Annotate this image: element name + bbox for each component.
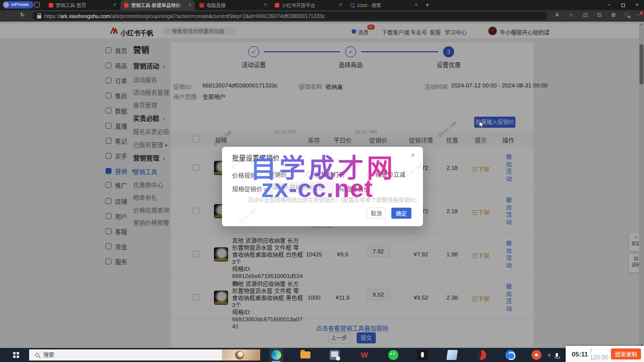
mouse-cursor — [479, 121, 486, 129]
browser-tab[interactable]: 电脑直播 × — [196, 0, 270, 10]
browser-essentials-icon[interactable]: ♡ — [622, 12, 631, 18]
watermark-site-url: zx-cc.net — [261, 174, 373, 203]
refresh-button[interactable]: ↻ — [20, 12, 25, 18]
tab-label: 小红书开放平台 — [282, 2, 337, 9]
recording-elapsed-time: 05:11 — [572, 350, 588, 358]
search-favicon — [350, 3, 354, 7]
quark-browser-icon[interactable] — [505, 350, 515, 360]
search-icon — [35, 353, 39, 357]
browser-tab-strip: InPrivate 营销工具-首页 × 营销工具-新建单品特价 × 电脑直播 ×… — [0, 0, 644, 10]
tab-close-icon[interactable]: × — [264, 3, 267, 8]
live-favicon — [199, 3, 204, 8]
more-menu-icon[interactable]: ⋯ — [634, 12, 643, 18]
maximize-icon — [621, 4, 625, 7]
tab-close-icon[interactable]: × — [113, 3, 116, 8]
split-screen-icon[interactable]: ◫ — [581, 12, 590, 18]
tab-close-icon[interactable]: × — [339, 3, 342, 8]
xiaohongshu-favicon — [124, 3, 129, 8]
address-bar[interactable]: https://ark.xiaohongshu.com/ark/promotio… — [32, 12, 548, 20]
tab-label: 1000 - 搜索 — [357, 2, 412, 9]
xiaohongshu-favicon — [275, 3, 279, 8]
browser-tab[interactable]: 营销工具-首页 × — [45, 0, 120, 10]
read-aloud-icon[interactable]: A — [553, 12, 562, 18]
xiaohongshu-favicon — [49, 3, 53, 8]
window-maximize-button[interactable] — [616, 0, 630, 10]
browser-tab[interactable]: 小红书开放平台 × — [271, 0, 346, 10]
taskbar: W ∧ — [0, 348, 644, 362]
screen: InPrivate 营销工具-首页 × 营销工具-新建单品特价 × 电脑直播 ×… — [0, 0, 644, 362]
new-tab-button[interactable]: + — [425, 1, 430, 9]
window-minimize-button[interactable]: − — [602, 0, 616, 10]
back-button[interactable]: ← — [6, 12, 12, 18]
tray-expand-icon[interactable]: ∧ — [548, 352, 551, 357]
confirm-button[interactable]: 确定 — [391, 208, 411, 219]
browser-tab[interactable]: 1000 - 搜索 × — [347, 0, 421, 10]
screen-recorder-icon[interactable] — [531, 350, 542, 360]
blue-app-icon[interactable] — [447, 350, 458, 360]
inprivate-badge: InPrivate — [3, 1, 34, 9]
remote-desktop-icon[interactable] — [330, 350, 340, 360]
page-content: 小红书千帆 消息 62 | 下载客户端 专业号 客服 学习中心 牛小帽很开心哒的… — [0, 22, 644, 348]
lock-icon — [37, 15, 41, 19]
system-tray: ∧ — [548, 352, 558, 357]
dark-app-icon[interactable] — [417, 350, 427, 360]
file-explorer-icon[interactable] — [300, 351, 310, 358]
browser-toolbar: ← ↻ https://ark.xiaohongshu.com/ark/prom… — [0, 10, 644, 22]
close-icon[interactable]: × — [411, 151, 415, 159]
tab-label: 电脑直播 — [206, 2, 261, 9]
microphone-icon[interactable] — [556, 353, 558, 357]
taskbar-search-box[interactable] — [29, 349, 260, 360]
extensions-icon[interactable]: ⊞ — [609, 12, 618, 18]
url-text: https://ark.xiaohongshu.com/ark/promotio… — [44, 13, 325, 19]
edge-taskbar-icon[interactable] — [271, 350, 281, 360]
scroll-up-icon[interactable]: ▲ — [639, 23, 644, 26]
media-app-icon[interactable] — [476, 350, 486, 360]
search-highlight-image[interactable] — [222, 349, 260, 360]
wechat-icon[interactable] — [388, 350, 398, 360]
stop-recording-button[interactable]: 结束录制 — [611, 348, 641, 359]
tab-activity-icon[interactable] — [34, 2, 40, 8]
start-button[interactable] — [13, 352, 19, 358]
tab-close-icon[interactable]: × — [414, 3, 417, 8]
scrollbar-thumb[interactable] — [639, 44, 643, 84]
tab-label: 营销工具-首页 — [56, 2, 111, 9]
wps-office-icon[interactable]: W — [359, 350, 369, 360]
cancel-button[interactable]: 取消 — [367, 208, 386, 219]
recording-panel: 05:11 / 120:00 结束录制 — [566, 346, 644, 362]
taskbar-search-input[interactable] — [43, 352, 164, 358]
tab-close-icon[interactable]: × — [188, 3, 191, 8]
page-scrollbar[interactable]: ▲ ▼ — [639, 22, 644, 348]
browser-tab-active[interactable]: 营销工具-新建单品特价 × — [121, 0, 195, 10]
favorite-star-icon[interactable]: ☆ — [567, 12, 576, 18]
window-close-button[interactable]: × — [630, 0, 644, 10]
tab-label: 营销工具-新建单品特价 — [131, 2, 186, 9]
collections-icon[interactable]: ⊡ — [595, 12, 604, 18]
recording-total-time: / 120:00 — [590, 347, 611, 361]
